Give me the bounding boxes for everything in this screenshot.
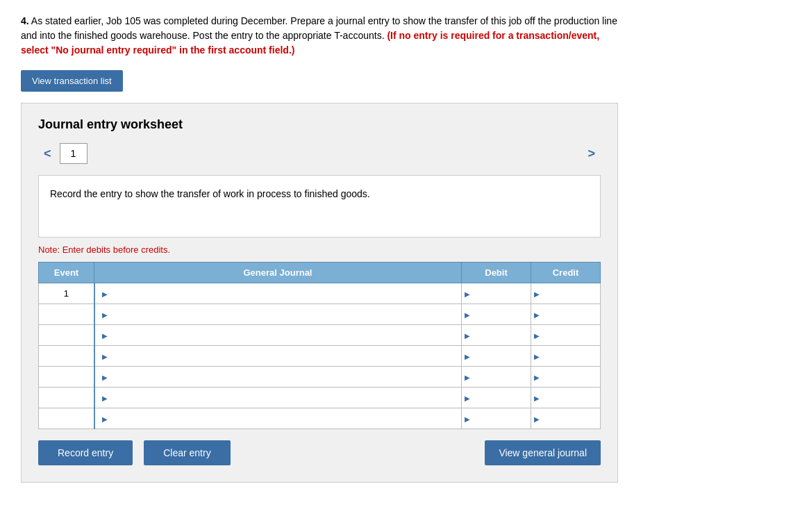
- journal-cell[interactable]: ▶: [94, 367, 462, 388]
- record-entry-button[interactable]: Record entry: [38, 440, 133, 465]
- table-row: ▶▶▶: [39, 304, 601, 325]
- question-block: 4. As stated earlier, Job 105 was comple…: [21, 14, 779, 58]
- journal-cell[interactable]: ▶: [94, 346, 462, 367]
- journal-cell[interactable]: ▶: [94, 408, 462, 429]
- event-cell: [39, 388, 94, 408]
- debit-cell[interactable]: ▶: [462, 346, 531, 367]
- journal-cell[interactable]: ▶: [94, 325, 462, 346]
- nav-left-arrow[interactable]: <: [38, 144, 57, 164]
- debit-cell[interactable]: ▶: [462, 367, 531, 388]
- tab-number: 1: [60, 143, 88, 164]
- event-cell: [39, 325, 94, 346]
- debit-cell[interactable]: ▶: [462, 388, 531, 408]
- event-cell: [39, 304, 94, 325]
- event-cell: [39, 346, 94, 367]
- credit-cell[interactable]: ▶: [531, 367, 601, 388]
- nav-right-arrow[interactable]: >: [582, 144, 601, 164]
- journal-entry-table: Event General Journal Debit Credit 1▶▶▶▶…: [38, 262, 601, 429]
- journal-cell[interactable]: ▶: [94, 304, 462, 325]
- table-row: ▶▶▶: [39, 325, 601, 346]
- credit-cell[interactable]: ▶: [531, 388, 601, 408]
- action-buttons: Record entry Clear entry View general jo…: [38, 440, 601, 465]
- col-event: Event: [39, 263, 94, 283]
- debit-cell[interactable]: ▶: [462, 283, 531, 304]
- table-row: ▶▶▶: [39, 367, 601, 388]
- journal-cell[interactable]: ▶: [94, 283, 462, 304]
- journal-entry-worksheet: Journal entry worksheet < 1 > Record the…: [21, 103, 618, 483]
- col-credit: Credit: [531, 263, 601, 283]
- event-cell: [39, 367, 94, 388]
- credit-cell[interactable]: ▶: [531, 325, 601, 346]
- debit-cell[interactable]: ▶: [462, 408, 531, 429]
- worksheet-title: Journal entry worksheet: [38, 117, 601, 132]
- journal-cell[interactable]: ▶: [94, 388, 462, 408]
- worksheet-description: Record the entry to show the transfer of…: [38, 175, 601, 238]
- event-cell: 1: [39, 283, 94, 304]
- credit-cell[interactable]: ▶: [531, 346, 601, 367]
- table-header-row: Event General Journal Debit Credit: [39, 263, 601, 283]
- debit-cell[interactable]: ▶: [462, 325, 531, 346]
- view-general-journal-button[interactable]: View general journal: [485, 440, 601, 465]
- debits-note: Note: Enter debits before credits.: [38, 244, 601, 255]
- table-row: 1▶▶▶: [39, 283, 601, 304]
- question-text: 4. As stated earlier, Job 105 was comple…: [21, 14, 618, 58]
- debit-cell[interactable]: ▶: [462, 304, 531, 325]
- table-row: ▶▶▶: [39, 346, 601, 367]
- col-general-journal: General Journal: [94, 263, 462, 283]
- credit-cell[interactable]: ▶: [531, 408, 601, 429]
- clear-entry-button[interactable]: Clear entry: [144, 440, 230, 465]
- table-row: ▶▶▶: [39, 408, 601, 429]
- credit-cell[interactable]: ▶: [531, 283, 601, 304]
- tab-navigation: < 1 >: [38, 143, 601, 164]
- table-row: ▶▶▶: [39, 388, 601, 408]
- event-cell: [39, 408, 94, 429]
- col-debit: Debit: [462, 263, 531, 283]
- credit-cell[interactable]: ▶: [531, 304, 601, 325]
- view-transaction-list-button[interactable]: View transaction list: [21, 70, 123, 92]
